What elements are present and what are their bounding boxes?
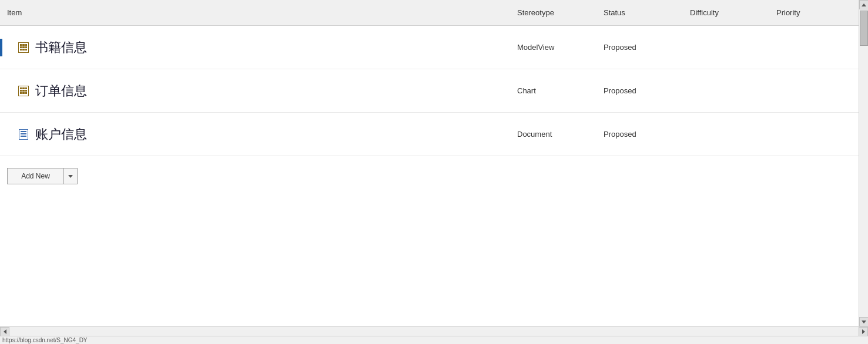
- col-priority-header: Priority: [774, 8, 859, 17]
- add-new-btn-group[interactable]: Add New: [7, 168, 78, 184]
- table-body: 书籍信息 ModelView Proposed: [0, 26, 859, 326]
- item-icon-grid: [18, 85, 29, 97]
- item-name-0: 书籍信息: [35, 39, 87, 56]
- grid-icon: [18, 42, 29, 53]
- row-item-cell: 订单信息: [0, 82, 515, 100]
- col-stereotype-header: Stereotype: [515, 8, 601, 17]
- row-status-2: Proposed: [601, 130, 688, 139]
- url-bar: https://blog.csdn.net/S_NG4_DY: [0, 336, 868, 344]
- row-status-0: Proposed: [601, 43, 688, 52]
- table-row[interactable]: 订单信息 Chart Proposed: [0, 69, 859, 113]
- row-stereotype-0: ModelView: [515, 43, 601, 52]
- row-stereotype-2: Document: [515, 130, 601, 139]
- scroll-left-arrow[interactable]: [0, 327, 9, 336]
- scroll-up-arrow[interactable]: [859, 0, 869, 9]
- url-text: https://blog.csdn.net/S_NG4_DY: [2, 337, 88, 343]
- content-area: Item Stereotype Status Difficulty Priori…: [0, 0, 859, 326]
- main-layout: Item Stereotype Status Difficulty Priori…: [0, 0, 868, 326]
- table-row[interactable]: 账户信息 Document Proposed: [0, 113, 859, 156]
- right-arrow-icon: [862, 329, 865, 334]
- table-row[interactable]: 书籍信息 ModelView Proposed: [0, 26, 859, 69]
- scroll-down-arrow[interactable]: [859, 317, 869, 326]
- table-header: Item Stereotype Status Difficulty Priori…: [0, 0, 859, 26]
- up-arrow-icon: [862, 4, 866, 6]
- grid-icon: [18, 86, 29, 96]
- chevron-down-icon: [68, 175, 73, 178]
- scroll-thumb[interactable]: [860, 11, 868, 46]
- horizontal-scrollbar[interactable]: [0, 326, 868, 336]
- down-arrow-icon: [862, 321, 866, 323]
- document-icon: [19, 129, 28, 140]
- item-icon-grid: [18, 42, 29, 53]
- add-new-area: Add New: [0, 156, 859, 196]
- add-new-button[interactable]: Add New: [8, 168, 64, 184]
- item-name-2: 账户信息: [35, 126, 87, 143]
- col-difficulty-header: Difficulty: [688, 8, 774, 17]
- row-item-cell: 书籍信息: [0, 39, 515, 56]
- col-item-header: Item: [0, 8, 515, 17]
- left-arrow-icon: [4, 329, 6, 334]
- row-item-cell: 账户信息: [0, 126, 515, 143]
- selected-indicator: [0, 39, 2, 56]
- row-status-1: Proposed: [601, 86, 688, 95]
- vertical-scrollbar[interactable]: [859, 0, 868, 326]
- item-name-1: 订单信息: [35, 82, 87, 100]
- scroll-right-arrow[interactable]: [859, 327, 868, 336]
- row-stereotype-1: Chart: [515, 86, 601, 95]
- add-new-dropdown-button[interactable]: [64, 168, 77, 184]
- col-status-header: Status: [601, 8, 688, 17]
- item-icon-doc: [18, 129, 29, 140]
- main-container: Item Stereotype Status Difficulty Priori…: [0, 0, 868, 344]
